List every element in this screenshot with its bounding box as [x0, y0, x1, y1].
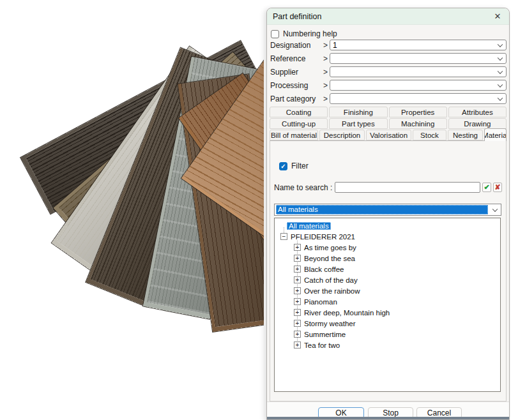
cross-icon: ✘	[494, 183, 500, 191]
clear-search-button[interactable]: ✘	[493, 183, 502, 192]
tree-node-tea-for-two[interactable]: Tea for two	[304, 340, 340, 350]
tree-node-as-time-goes-by[interactable]: As time goes by	[304, 242, 356, 253]
tab-part-types[interactable]: Part types	[329, 118, 387, 129]
tab-properties[interactable]: Properties	[389, 107, 447, 117]
tab-stock[interactable]: Stock	[413, 130, 446, 140]
expand-icon[interactable]: +	[294, 266, 301, 273]
tab-nesting[interactable]: Nesting	[448, 130, 483, 140]
field-arrow: >	[323, 41, 330, 50]
field-label: Part category	[270, 94, 323, 103]
tree-node-label: Over the rainbow	[304, 287, 360, 295]
dialog-footer: OKStopCancel	[267, 401, 509, 418]
field-row-supplier: Supplier>	[270, 65, 507, 79]
tree-node-label: As time goes by	[304, 244, 356, 251]
tab-finishing[interactable]: Finishing	[329, 107, 387, 117]
wood-sample-fan	[0, 0, 264, 420]
checkmark-icon: ✔	[484, 183, 490, 191]
field-label: Designation	[270, 41, 323, 50]
field-arrow: >	[323, 68, 330, 77]
tree-node-label: Pianoman	[304, 298, 337, 306]
tree-node-label: Black coffee	[304, 266, 344, 273]
expand-icon[interactable]: +	[294, 244, 301, 251]
tab-machining[interactable]: Machining	[389, 118, 447, 129]
numbering-help-checkbox[interactable]	[271, 30, 279, 38]
tree-node-over-the-rainbow[interactable]: Over the rainbow	[304, 285, 360, 296]
chevron-down-icon[interactable]	[492, 206, 498, 211]
tree-node-summertime[interactable]: Summertime	[304, 329, 346, 340]
chevron-down-icon[interactable]	[498, 41, 503, 47]
tree-node-beyond-the-sea[interactable]: Beyond the sea	[304, 253, 355, 264]
search-row: Name to search : ✔ ✘	[274, 182, 502, 193]
search-label: Name to search :	[274, 183, 332, 192]
tree-node-label: Catch of the day	[304, 276, 358, 284]
numbering-help-row: Numbering help	[271, 29, 337, 38]
tab-coating[interactable]: Coating	[270, 107, 328, 117]
dialog-titlebar: Part definition ✕	[267, 8, 509, 25]
field-row-designation: Designation>1	[270, 38, 507, 52]
tree-node-label: Tea for two	[304, 341, 340, 349]
tree-node-catch-of-the-day[interactable]: Catch of the day	[304, 274, 358, 285]
tab-control: CoatingFinishingPropertiesAttributesCutt…	[270, 106, 507, 140]
close-icon[interactable]: ✕	[492, 11, 503, 22]
search-input[interactable]	[335, 182, 480, 193]
expand-icon[interactable]: +	[294, 298, 301, 305]
tab-drawing[interactable]: Drawing	[448, 118, 507, 129]
field-combobox[interactable]	[330, 93, 507, 104]
tab-row-3: Bill of materialDescriptionValorisationS…	[270, 129, 507, 140]
field-row-processing: Processing>	[270, 79, 507, 92]
chevron-down-icon[interactable]	[498, 82, 503, 87]
tree-node-label: PFLEIDERER 2021	[291, 233, 355, 241]
collapse-icon[interactable]: −	[280, 233, 287, 240]
field-arrow: >	[323, 81, 330, 90]
field-label: Processing	[270, 81, 323, 90]
tab-row-1: CoatingFinishingPropertiesAttributes	[270, 106, 507, 117]
tree-node-label: River deep, Mountain high	[304, 309, 390, 317]
dialog-bottom-edge	[267, 417, 509, 419]
expand-icon[interactable]: +	[294, 341, 301, 349]
material-tree[interactable]: All materials−PFLEIDERER 2021+As time go…	[274, 218, 501, 392]
tree-node-group[interactable]: PFLEIDERER 2021	[291, 231, 355, 242]
tab-valorisation[interactable]: Valorisation	[366, 130, 411, 140]
tab-row-2: Cutting-upPart typesMachiningDrawing	[270, 117, 507, 129]
field-label: Supplier	[270, 68, 323, 77]
filter-checkbox[interactable]: ✓	[279, 162, 287, 170]
numbering-help-label: Numbering help	[283, 29, 337, 38]
expand-icon[interactable]: +	[294, 320, 301, 327]
tree-node-stormy-weather[interactable]: Stormy weather	[304, 318, 356, 329]
field-label: Reference	[270, 54, 323, 63]
apply-search-button[interactable]: ✔	[482, 183, 491, 192]
tab-attributes[interactable]: Attributes	[448, 107, 507, 117]
material-combobox-value: All materials	[276, 205, 488, 214]
field-combobox[interactable]: 1	[330, 40, 507, 50]
expand-icon[interactable]: +	[294, 276, 301, 283]
tab-cutting-up[interactable]: Cutting-up	[270, 118, 328, 129]
field-list: Designation>1Reference>Supplier>Processi…	[270, 38, 507, 105]
tree-node-label: All materials	[287, 222, 331, 230]
tree-node-label: Stormy weather	[304, 320, 356, 327]
tree-node-black-coffee[interactable]: Black coffee	[304, 264, 344, 274]
field-combobox[interactable]	[330, 66, 507, 77]
field-row-reference: Reference>	[270, 52, 507, 65]
chevron-down-icon[interactable]	[498, 68, 503, 73]
tree-connector-line	[284, 227, 284, 233]
expand-icon[interactable]: +	[294, 331, 301, 338]
tree-node-root[interactable]: All materials	[287, 220, 331, 231]
filter-row: ✓ Filter	[279, 161, 309, 170]
tab-bill-of-material[interactable]: Bill of material	[270, 130, 318, 140]
field-value: 1	[333, 41, 337, 50]
chevron-down-icon[interactable]	[498, 95, 503, 100]
material-combobox[interactable]: All materials	[274, 204, 501, 216]
chevron-down-icon[interactable]	[498, 55, 503, 60]
field-combobox[interactable]	[330, 53, 507, 64]
dialog-title: Part definition	[273, 12, 321, 21]
part-definition-dialog: Part definition ✕ Numbering help Designa…	[266, 8, 510, 420]
tree-node-pianoman[interactable]: Pianoman	[304, 296, 337, 307]
tree-node-river-deep-mountain-high[interactable]: River deep, Mountain high	[304, 307, 390, 318]
expand-icon[interactable]: +	[294, 255, 301, 262]
field-combobox[interactable]	[330, 80, 507, 91]
expand-icon[interactable]: +	[294, 287, 301, 294]
tab-material[interactable]: Material	[484, 128, 507, 141]
tab-description[interactable]: Description	[319, 130, 365, 140]
expand-icon[interactable]: +	[294, 309, 301, 316]
field-arrow: >	[323, 94, 330, 103]
